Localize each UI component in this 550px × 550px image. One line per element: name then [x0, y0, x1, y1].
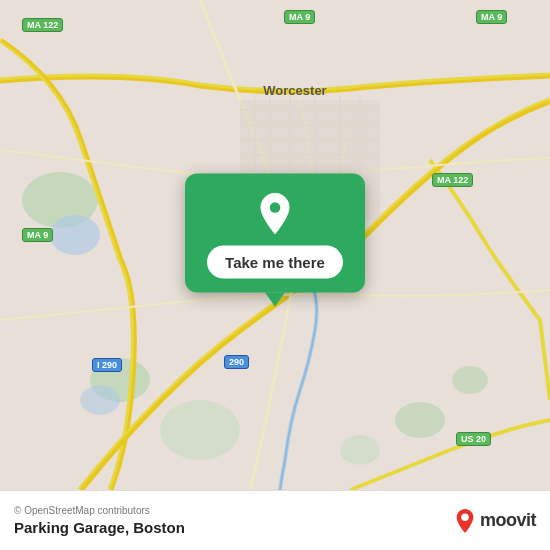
road-badge-ma9-tr: MA 9 — [476, 10, 507, 24]
svg-text:Worcester: Worcester — [263, 83, 326, 98]
take-me-there-button[interactable]: Take me there — [207, 246, 343, 279]
popup-card: Take me there — [185, 174, 365, 293]
svg-point-4 — [80, 385, 120, 415]
road-badge-ma122-rm: MA 122 — [432, 173, 473, 187]
svg-point-11 — [270, 202, 281, 213]
road-badge-ma9-tc: MA 9 — [284, 10, 315, 24]
svg-point-2 — [50, 215, 100, 255]
road-badge-i290: I 290 — [92, 358, 122, 372]
bottom-bar: © OpenStreetMap contributors Parking Gar… — [0, 490, 550, 550]
road-badge-ma122-tl: MA 122 — [22, 18, 63, 32]
svg-point-12 — [461, 513, 468, 520]
road-badge-us20: US 20 — [456, 432, 491, 446]
svg-point-8 — [160, 400, 240, 460]
map-view[interactable]: Worcester MA 122 MA 9 MA 9 MA 9 MA 122 I… — [0, 0, 550, 490]
moovit-logo: moovit — [454, 508, 536, 534]
moovit-logo-icon — [454, 508, 476, 534]
svg-point-6 — [395, 402, 445, 438]
attribution-text: © OpenStreetMap contributors — [14, 505, 185, 516]
road-badge-290: 290 — [224, 355, 249, 369]
location-pin-icon — [253, 192, 297, 236]
moovit-brand-name: moovit — [480, 510, 536, 531]
road-badge-ma122-lm: MA 9 — [22, 228, 53, 242]
location-title: Parking Garage, Boston — [14, 519, 185, 536]
svg-point-7 — [340, 435, 380, 465]
svg-point-5 — [452, 366, 488, 394]
bottom-left: © OpenStreetMap contributors Parking Gar… — [14, 505, 185, 536]
